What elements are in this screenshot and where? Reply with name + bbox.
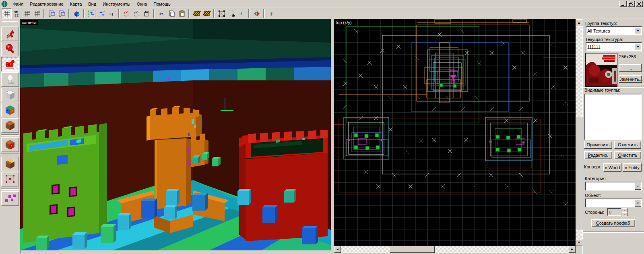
apply-button[interactable]: Применить xyxy=(584,141,612,149)
close-button[interactable] xyxy=(636,1,643,7)
sides-input[interactable]: 0 xyxy=(607,208,621,216)
menu-item-1[interactable]: Файл xyxy=(9,1,27,7)
hide-unselected-icon xyxy=(133,10,141,18)
category-dropdown-icon[interactable]: ▼ xyxy=(635,183,641,190)
menu-item-6[interactable]: Окна xyxy=(134,1,151,7)
menu-item-5[interactable]: Инструменты xyxy=(99,1,134,7)
entity-tool-button[interactable] xyxy=(1,72,19,87)
visible-groups-listbox[interactable] xyxy=(584,94,642,140)
scroll-right-button[interactable]: ► xyxy=(569,246,576,253)
create-prefab-button[interactable]: Создать префаб xyxy=(591,219,635,227)
show-all-icon xyxy=(143,10,151,18)
cut-button[interactable]: ✂ xyxy=(157,8,167,18)
minimize-button[interactable] xyxy=(619,1,627,7)
hide-selected-button[interactable] xyxy=(122,8,132,18)
split-face-button[interactable] xyxy=(252,8,262,18)
apply-texture-tool-button[interactable] xyxy=(1,118,19,133)
entity-tool-icon xyxy=(4,74,17,85)
palette-separator xyxy=(1,134,19,136)
menu-items: ФайлРедактированиеКартаВидИнструментыОкн… xyxy=(9,2,174,6)
path-tool-button[interactable] xyxy=(1,191,19,206)
scroll-up-button[interactable]: ▲ xyxy=(576,19,582,26)
texture-lock-button[interactable]: tl xyxy=(237,8,247,18)
horizontal-scroll-thumb[interactable] xyxy=(390,246,435,253)
toggle-textures-tool-button[interactable] xyxy=(1,103,19,117)
svg-text:ig: ig xyxy=(109,11,113,16)
texture-group-dropdown-icon[interactable]: ▼ xyxy=(635,27,641,34)
ungroup-icon xyxy=(98,10,106,18)
spin-up-icon[interactable]: ▲ xyxy=(622,208,627,212)
menu-item-4[interactable]: Вид xyxy=(85,1,99,7)
spin-down-icon[interactable]: ▼ xyxy=(622,212,627,216)
camera-tool-icon xyxy=(4,58,17,70)
menu-item-7[interactable]: Помощь xyxy=(150,1,174,7)
larger-grid-button[interactable] xyxy=(32,8,42,18)
vertex-tool-icon xyxy=(4,173,17,184)
viewport-2d-canvas[interactable] xyxy=(334,19,576,246)
camera-tool-button[interactable] xyxy=(1,57,19,72)
block-tool-icon xyxy=(4,89,17,100)
to-entity-button[interactable]: в Entity xyxy=(623,163,642,172)
object-dropdown-icon[interactable]: ▼ xyxy=(635,200,641,207)
auto-select-button[interactable] xyxy=(227,8,237,18)
restore-button[interactable] xyxy=(627,1,635,7)
vertical-scrollbar[interactable]: ▲ ▼ xyxy=(576,19,582,246)
viewport-2d[interactable]: top (x/y) xyxy=(334,19,576,246)
clear-button[interactable]: Очистить xyxy=(614,151,641,159)
magnify-tool-button[interactable] xyxy=(1,42,19,56)
svg-text:L: L xyxy=(49,14,51,17)
vertical-scroll-thumb[interactable] xyxy=(576,117,582,230)
menu-item-2[interactable]: Редактирование xyxy=(27,1,67,7)
panel-bottom-divider xyxy=(583,231,644,233)
scroll-down-button[interactable]: ▼ xyxy=(576,239,582,246)
clipping-tool-button[interactable] xyxy=(1,157,19,171)
show-all-button[interactable] xyxy=(142,8,152,18)
carve-button[interactable] xyxy=(72,8,82,18)
load-window-state-button[interactable]: L xyxy=(47,8,57,18)
save-window-state-button[interactable]: S xyxy=(57,8,67,18)
paste-button[interactable] xyxy=(177,8,187,18)
toggle-cordon-button[interactable] xyxy=(202,8,212,18)
current-texture-dropdown-icon[interactable]: ▼ xyxy=(635,43,641,50)
viewport-3d[interactable]: camera xyxy=(20,19,331,250)
ungroup-button[interactable] xyxy=(97,8,107,18)
toolbar-separator xyxy=(83,9,85,18)
vertex-tool-button[interactable] xyxy=(1,172,19,186)
toggle-3d-grid-icon: 3D xyxy=(13,10,21,18)
hide-unselected-button[interactable] xyxy=(132,8,142,18)
edit-cordon-button[interactable] xyxy=(192,8,202,18)
replace-texture-button[interactable]: Заменить... xyxy=(619,75,642,83)
object-combo[interactable]: ▼ xyxy=(585,199,642,207)
selection-tool-button[interactable] xyxy=(1,27,19,41)
options-button[interactable]: ✳ xyxy=(266,8,277,18)
scroll-left-button[interactable]: ◄ xyxy=(334,246,341,253)
toggle-grid-button[interactable] xyxy=(2,8,12,18)
to-world-button[interactable]: в World xyxy=(603,163,621,172)
edit-button[interactable]: Редактир. xyxy=(584,151,612,159)
smaller-grid-button[interactable] xyxy=(22,8,32,18)
copy-button[interactable] xyxy=(167,8,177,18)
split-face-icon xyxy=(253,10,261,18)
options-icon: ✳ xyxy=(268,10,276,18)
svg-text:3D: 3D xyxy=(14,10,18,14)
mark-button[interactable]: Отметить xyxy=(614,141,641,149)
horizontal-scrollbar[interactable]: ◄ ► xyxy=(334,246,576,253)
current-texture-label: Текущая текстура: xyxy=(585,37,623,42)
texture-group-combo[interactable]: All Textures ▼ xyxy=(586,26,642,35)
viewport-3d-canvas[interactable] xyxy=(20,19,331,250)
select-touching-button[interactable] xyxy=(217,8,227,18)
texture-preview xyxy=(585,53,617,87)
sides-spinner[interactable]: ▲ ▼ xyxy=(622,208,627,216)
browse-texture-button[interactable]: ... xyxy=(619,64,642,72)
current-texture-combo[interactable]: 111111 ▼ xyxy=(586,42,642,51)
ignore-groups-button[interactable]: ig xyxy=(107,8,117,18)
menu-item-3[interactable]: Карта xyxy=(67,1,85,7)
select-touching-icon xyxy=(218,10,226,18)
category-combo[interactable]: ▼ xyxy=(585,182,642,190)
group-button[interactable] xyxy=(87,8,97,18)
toolbar-separator xyxy=(118,9,120,18)
toggle-3d-grid-button[interactable]: 3D xyxy=(12,8,22,18)
apply-decals-tool-button[interactable] xyxy=(1,137,19,152)
block-tool-button[interactable] xyxy=(1,88,19,102)
load-window-state-icon: L xyxy=(48,10,56,18)
